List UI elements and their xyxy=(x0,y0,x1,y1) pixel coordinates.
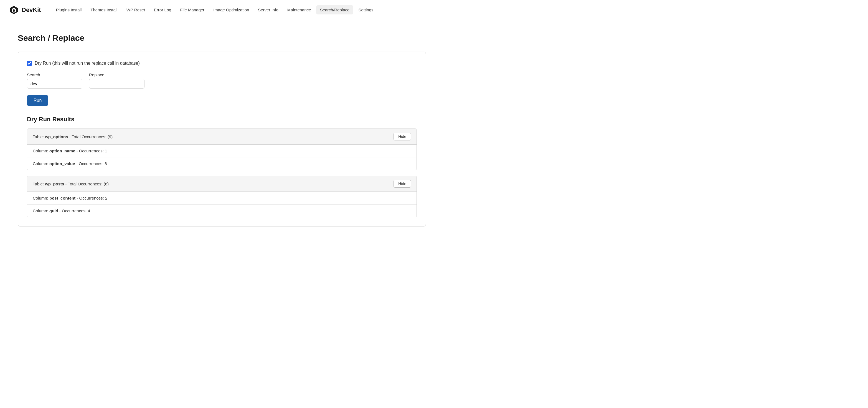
page-title: Search / Replace xyxy=(18,33,426,43)
nav-link-file-manager[interactable]: File Manager xyxy=(176,5,209,14)
navbar: DevKit Plugins InstallThemes InstallWP R… xyxy=(0,0,868,20)
search-replace-card: Dry Run (this will not run the replace c… xyxy=(18,52,426,227)
results-container: Table: wp_options - Total Occurrences: (… xyxy=(27,128,417,217)
table-header-text-wp_options: Table: wp_options - Total Occurrences: (… xyxy=(33,134,390,139)
hide-button-wp_posts[interactable]: Hide xyxy=(394,180,411,187)
replace-label: Replace xyxy=(89,72,145,77)
column-row-option_name: Column: option_name - Occurrences: 1 xyxy=(27,145,416,157)
fields-row: Search Replace xyxy=(27,72,417,89)
nav-link-server-info[interactable]: Server Info xyxy=(254,5,282,14)
replace-field-group: Replace xyxy=(89,72,145,89)
nav-link-maintenance[interactable]: Maintenance xyxy=(283,5,315,14)
search-field-group: Search xyxy=(27,72,82,89)
table-header-wp_posts: Table: wp_posts - Total Occurrences: (6)… xyxy=(27,176,416,192)
logo[interactable]: DevKit xyxy=(9,5,41,15)
column-row-option_value: Column: option_value - Occurrences: 8 xyxy=(27,157,416,170)
devkit-logo-icon xyxy=(9,5,19,15)
results-title: Dry Run Results xyxy=(27,116,417,123)
replace-input[interactable] xyxy=(89,79,145,89)
search-label: Search xyxy=(27,72,82,77)
nav-link-error-log[interactable]: Error Log xyxy=(150,5,175,14)
nav-links: Plugins InstallThemes InstallWP ResetErr… xyxy=(52,5,377,14)
table-group-wp_posts: Table: wp_posts - Total Occurrences: (6)… xyxy=(27,176,417,217)
nav-link-settings[interactable]: Settings xyxy=(354,5,377,14)
dry-run-row: Dry Run (this will not run the replace c… xyxy=(27,61,417,66)
run-button[interactable]: Run xyxy=(27,95,48,106)
main-content: Search / Replace Dry Run (this will not … xyxy=(0,20,444,240)
brand-name: DevKit xyxy=(22,6,41,13)
dry-run-label: Dry Run (this will not run the replace c… xyxy=(35,61,140,66)
table-group-wp_options: Table: wp_options - Total Occurrences: (… xyxy=(27,128,417,170)
nav-link-image-optimization[interactable]: Image Optimization xyxy=(209,5,253,14)
nav-link-wp-reset[interactable]: WP Reset xyxy=(123,5,149,14)
dry-run-checkbox[interactable] xyxy=(27,61,32,66)
nav-link-themes-install[interactable]: Themes Install xyxy=(87,5,121,14)
table-header-text-wp_posts: Table: wp_posts - Total Occurrences: (6) xyxy=(33,181,390,186)
nav-link-plugins-install[interactable]: Plugins Install xyxy=(52,5,86,14)
hide-button-wp_options[interactable]: Hide xyxy=(394,133,411,141)
nav-link-search-replace[interactable]: Search/Replace xyxy=(316,5,353,14)
table-header-wp_options: Table: wp_options - Total Occurrences: (… xyxy=(27,129,416,145)
column-row-guid: Column: guid - Occurrences: 4 xyxy=(27,205,416,217)
column-row-post_content: Column: post_content - Occurrences: 2 xyxy=(27,192,416,205)
search-input[interactable] xyxy=(27,79,82,89)
